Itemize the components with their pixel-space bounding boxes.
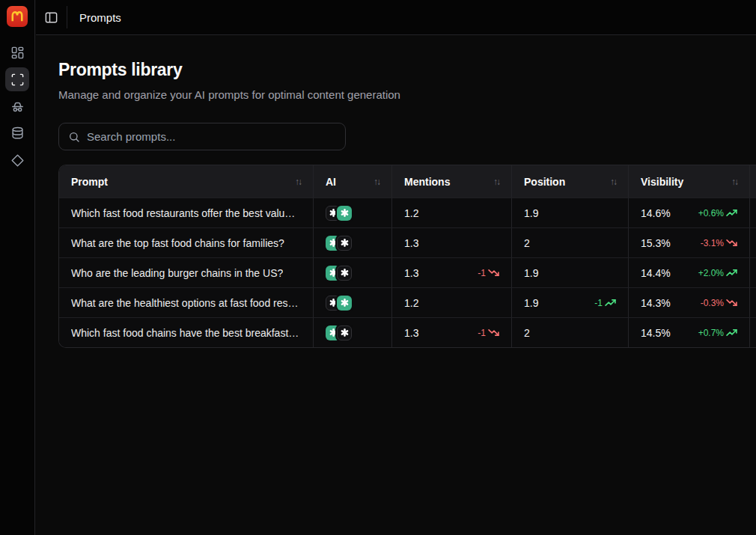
trending-up-icon (726, 209, 737, 217)
visibility-value: 14.6% (641, 207, 671, 219)
visibility-value: 14.3% (641, 297, 671, 309)
scan-icon (10, 73, 25, 87)
trending-down-icon (488, 269, 499, 277)
column-header-mentions[interactable]: Mentions↑↓ (391, 165, 511, 198)
column-header-visibility[interactable]: Visibility↑↓ (628, 165, 749, 198)
mentions-value: 1.3 (404, 237, 418, 249)
trend-up-delta: +0.6% (698, 208, 737, 218)
trending-down-icon (488, 328, 499, 337)
position-value: 1.9 (524, 207, 538, 219)
prompt-text: Which fast food restaurants offer the be… (71, 207, 301, 219)
ai-badges (326, 325, 352, 340)
sidebar-item-dashboard[interactable] (5, 40, 29, 64)
sort-icon: ↑↓ (731, 177, 737, 187)
prompt-text: What are the healthiest options at fast … (71, 297, 301, 309)
ai-badges (326, 236, 352, 251)
visibility-value: 15.3% (641, 237, 671, 249)
openai-icon (337, 325, 352, 340)
table-row[interactable]: What are the top fast food chains for fa… (59, 227, 756, 257)
panel-left-icon (44, 10, 58, 25)
column-header-prompt[interactable]: Prompt↑↓ (59, 165, 313, 198)
column-header-ai[interactable]: AI↑↓ (313, 165, 391, 198)
trend-up-delta: +0.7% (698, 328, 737, 338)
topbar: Prompts (36, 0, 756, 35)
topbar-divider (67, 6, 67, 28)
mcdonalds-logo-icon[interactable] (7, 6, 28, 27)
column-header-position[interactable]: Position↑↓ (511, 165, 628, 198)
position-value: 1.9 (524, 267, 538, 279)
trending-down-icon (726, 239, 737, 247)
sidebar-item-database[interactable] (5, 121, 29, 145)
sort-icon: ↑↓ (493, 177, 499, 187)
mentions-value: 1.2 (404, 207, 418, 219)
prompt-text: Which fast food chains have the best bre… (71, 327, 301, 339)
diamond-icon (10, 153, 25, 168)
sidebar-toggle-button[interactable] (40, 6, 62, 28)
trending-down-icon (726, 299, 737, 307)
trend-down-delta: -1 (478, 328, 499, 338)
table-row[interactable]: Which fast food chains have the best bre… (59, 317, 756, 347)
column-label: Prompt (71, 176, 108, 188)
column-label: AI (326, 176, 336, 188)
database-icon (10, 126, 25, 141)
column-label: Visibility (641, 176, 683, 188)
column-label: Mentions (404, 176, 450, 188)
trend-down-delta: -3.1% (701, 238, 737, 248)
sort-icon: ↑↓ (295, 177, 301, 187)
column-header-extra (749, 165, 756, 198)
sidebar-item-prompts[interactable] (5, 67, 29, 91)
trend-down-delta: -1 (478, 268, 499, 278)
sidebar-nav (5, 40, 29, 172)
prompts-table: Prompt↑↓ AI↑↓ Mentions↑↓ Position↑↓ Visi… (59, 165, 756, 347)
trending-up-icon (726, 328, 737, 337)
page-subtitle: Manage and organize your AI prompts for … (58, 88, 756, 101)
ai-badges (326, 206, 352, 221)
position-value: 2 (524, 237, 530, 249)
prompt-text: Who are the leading burger chains in the… (71, 267, 283, 279)
mentions-value: 1.3 (404, 327, 418, 339)
column-label: Position (524, 176, 565, 188)
ai-badges (326, 266, 352, 281)
sort-icon: ↑↓ (610, 177, 616, 187)
main-content: Prompts library Manage and organize your… (36, 35, 756, 535)
search-icon (68, 131, 80, 143)
prompts-table-wrap: Prompt↑↓ AI↑↓ Mentions↑↓ Position↑↓ Visi… (58, 165, 756, 348)
openai-icon (337, 266, 352, 281)
page-title: Prompts library (58, 60, 756, 80)
mentions-value: 1.3 (404, 267, 418, 279)
trending-up-icon (605, 299, 616, 307)
chatgpt-icon (337, 206, 352, 221)
table-row[interactable]: Which fast food restaurants offer the be… (59, 198, 756, 227)
sidebar-item-incognito[interactable] (5, 94, 29, 118)
incognito-icon (10, 100, 25, 114)
mentions-value: 1.2 (404, 297, 418, 309)
trending-up-icon (726, 269, 737, 277)
topbar-title: Prompts (79, 11, 121, 24)
table-row[interactable]: What are the healthiest options at fast … (59, 287, 756, 317)
trend-up-delta: -1 (594, 298, 616, 308)
sidebar-item-diamond[interactable] (5, 148, 29, 172)
position-value: 1.9 (524, 297, 538, 309)
search-box[interactable] (58, 123, 346, 150)
openai-icon (337, 236, 352, 251)
ai-badges (326, 296, 352, 311)
chatgpt-icon (337, 296, 352, 311)
table-row[interactable]: Who are the leading burger chains in the… (59, 257, 756, 287)
sort-icon: ↑↓ (374, 177, 379, 187)
prompt-text: What are the top fast food chains for fa… (71, 237, 284, 249)
position-value: 2 (524, 327, 530, 339)
search-input[interactable] (87, 130, 336, 143)
trend-up-delta: +2.0% (698, 268, 737, 278)
table-header-row: Prompt↑↓ AI↑↓ Mentions↑↓ Position↑↓ Visi… (59, 165, 756, 198)
trend-down-delta: -0.3% (701, 298, 737, 308)
grid-dashboard-icon (10, 46, 25, 60)
visibility-value: 14.5% (641, 327, 671, 339)
sidebar (0, 0, 35, 535)
visibility-value: 14.4% (641, 267, 671, 279)
